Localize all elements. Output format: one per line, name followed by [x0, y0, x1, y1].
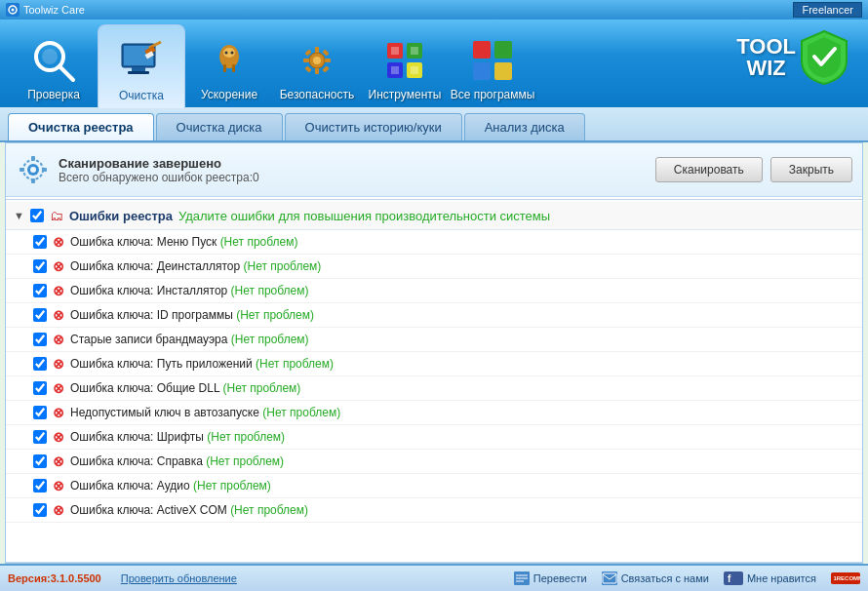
- list-item: ⊗ Ошибка ключа: Аудио (Нет проблем): [6, 474, 862, 498]
- tab-disk-analyze[interactable]: Анализ диска: [464, 113, 585, 140]
- svg-rect-47: [42, 168, 47, 172]
- group-description: Удалите ошибки для повышения производите…: [178, 209, 550, 223]
- security-nav-icon: [294, 37, 340, 84]
- svg-rect-26: [322, 49, 329, 56]
- error-icon-4: ⊗: [53, 332, 64, 347]
- svg-point-43: [30, 167, 36, 173]
- svg-rect-37: [473, 41, 491, 59]
- item-checkbox-2[interactable]: [33, 284, 47, 297]
- item-checkbox-8[interactable]: [33, 430, 47, 444]
- svg-point-17: [225, 52, 228, 55]
- svg-point-18: [231, 52, 234, 55]
- svg-rect-54: [724, 571, 743, 585]
- app-logo: TOOL WIZ: [736, 29, 848, 86]
- svg-rect-46: [20, 168, 24, 172]
- nav-item-tools[interactable]: Инструменты: [361, 24, 449, 107]
- contact-link[interactable]: Связаться с нами: [602, 571, 709, 585]
- list-item: ⊗ Ошибка ключа: ID программы (Нет пробле…: [6, 303, 862, 328]
- close-button[interactable]: Закрыть: [770, 157, 852, 182]
- update-link[interactable]: Проверить обновление: [121, 572, 237, 584]
- item-status-10: (Нет проблем): [193, 479, 271, 492]
- svg-rect-22: [315, 68, 319, 74]
- svg-rect-21: [315, 47, 319, 53]
- title-bar-left: Toolwiz Care: [6, 3, 85, 17]
- like-label: Мне нравится: [747, 572, 816, 584]
- item-text-1: Ошибка ключа: Деинсталлятор (Нет проблем…: [70, 259, 321, 273]
- nav-security-label: Безопасность: [280, 88, 355, 101]
- tabs-area: Очистка реестра Очистка диска Очистить и…: [0, 107, 868, 142]
- item-text-8: Ошибка ключа: Шрифты (Нет проблем): [70, 430, 285, 444]
- recommend-link[interactable]: 1RECOMMEND: [831, 571, 860, 585]
- svg-rect-24: [325, 59, 331, 62]
- item-text-5: Ошибка ключа: Путь приложений (Нет пробл…: [70, 357, 334, 371]
- main-content: Сканирование завершено Всего обнаружено …: [5, 142, 863, 564]
- list-items-container: ⊗ Ошибка ключа: Меню Пуск (Нет проблем) …: [6, 230, 862, 523]
- item-text-0: Ошибка ключа: Меню Пуск (Нет проблем): [70, 235, 298, 249]
- nav-item-security[interactable]: Безопасность: [273, 24, 361, 107]
- app-title: Toolwiz Care: [23, 4, 85, 16]
- svg-point-5: [42, 49, 58, 64]
- tab-disk[interactable]: Очистка диска: [156, 113, 283, 140]
- error-icon-8: ⊗: [53, 429, 64, 445]
- scan-button[interactable]: Сканировать: [655, 157, 763, 182]
- item-status-5: (Нет проблем): [256, 357, 334, 371]
- nav-clean-label: Очистка: [119, 89, 164, 102]
- item-text-3: Ошибка ключа: ID программы (Нет проблем): [70, 308, 314, 322]
- tab-registry[interactable]: Очистка реестра: [8, 113, 154, 140]
- item-status-6: (Нет проблем): [222, 381, 300, 395]
- item-text-9: Ошибка ключа: Справка (Нет проблем): [70, 454, 284, 468]
- svg-text:1RECOMMEND: 1RECOMMEND: [833, 575, 860, 581]
- svg-rect-34: [411, 47, 418, 55]
- item-checkbox-6[interactable]: [33, 381, 47, 395]
- item-text-7: Недопустимый ключ в автозапуске (Нет про…: [70, 406, 340, 419]
- translate-link[interactable]: Перевести: [514, 571, 587, 585]
- list-item: ⊗ Ошибка ключа: Инсталлятор (Нет проблем…: [6, 279, 862, 303]
- nav-item-check[interactable]: Проверка: [10, 24, 98, 107]
- scan-text: Сканирование завершено Всего обнаружено …: [59, 156, 259, 184]
- item-checkbox-7[interactable]: [33, 406, 47, 419]
- tools-nav-icon: [381, 37, 428, 84]
- item-checkbox-11[interactable]: [33, 503, 47, 517]
- svg-rect-36: [411, 66, 418, 74]
- list-item: ⊗ Старые записи брандмауэра (Нет проблем…: [6, 328, 862, 352]
- item-checkbox-9[interactable]: [33, 454, 47, 468]
- error-icon-5: ⊗: [53, 356, 64, 372]
- speed-nav-icon: [206, 37, 253, 84]
- item-checkbox-1[interactable]: [33, 259, 47, 273]
- item-status-9: (Нет проблем): [206, 454, 284, 468]
- nav-allprog-label: Все программы: [451, 88, 535, 101]
- error-icon-10: ⊗: [53, 478, 64, 493]
- svg-point-20: [313, 57, 321, 64]
- item-checkbox-5[interactable]: [33, 357, 47, 371]
- registry-list[interactable]: ▼ 🗂 Ошибки реестра Удалите ошибки для по…: [6, 202, 862, 563]
- item-checkbox-0[interactable]: [33, 235, 47, 249]
- nav-item-allprog[interactable]: Все программы: [449, 24, 536, 107]
- item-status-8: (Нет проблем): [207, 430, 285, 444]
- title-bar: Toolwiz Care Freelancer: [0, 0, 868, 20]
- status-footer: Версия:3.1.0.5500 Проверить обновление П…: [0, 564, 868, 591]
- svg-rect-27: [304, 65, 311, 72]
- nav-item-speed[interactable]: Ускорение: [185, 24, 273, 107]
- svg-rect-15: [223, 64, 226, 72]
- svg-rect-38: [494, 41, 512, 59]
- item-checkbox-4[interactable]: [33, 333, 47, 346]
- list-item: ⊗ Ошибка ключа: Справка (Нет проблем): [6, 450, 862, 474]
- group-checkbox[interactable]: [30, 209, 44, 222]
- error-icon-11: ⊗: [53, 502, 64, 518]
- check-nav-icon: [30, 37, 77, 84]
- group-toggle-icon[interactable]: ▼: [14, 210, 24, 221]
- nav-item-clean[interactable]: Очистка: [98, 24, 185, 108]
- scan-title: Сканирование завершено: [59, 156, 259, 171]
- item-text-11: Ошибка ключа: ActiveX COM (Нет проблем): [70, 503, 308, 517]
- scan-status-icon: [16, 152, 51, 187]
- like-link[interactable]: f Мне нравится: [724, 571, 816, 585]
- list-item: ⊗ Ошибка ключа: ActiveX COM (Нет проблем…: [6, 498, 862, 523]
- item-checkbox-10[interactable]: [33, 479, 47, 492]
- svg-point-2: [12, 9, 15, 12]
- item-checkbox-3[interactable]: [33, 308, 47, 322]
- list-item: ⊗ Ошибка ключа: Меню Пуск (Нет проблем): [6, 230, 862, 255]
- item-text-4: Старые записи брандмауэра (Нет проблем): [70, 333, 309, 346]
- logo-shield-icon: [800, 29, 848, 86]
- contact-label: Связаться с нами: [621, 572, 709, 584]
- tab-history[interactable]: Очистить историю/куки: [285, 113, 462, 140]
